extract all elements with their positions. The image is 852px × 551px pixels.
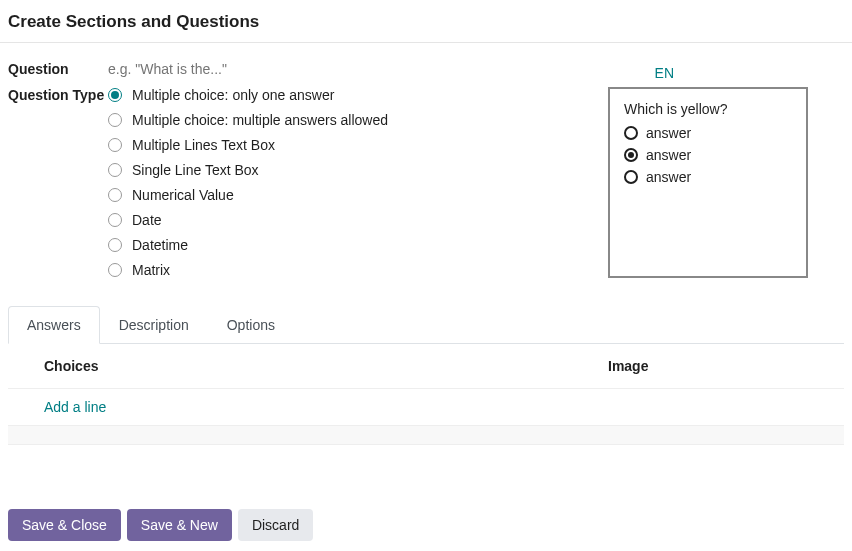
- radio-label: Single Line Text Box: [132, 162, 259, 178]
- question-type-option[interactable]: Multiple choice: multiple answers allowe…: [108, 112, 388, 128]
- radio-label: Numerical Value: [132, 187, 234, 203]
- preview-radio-icon: [624, 126, 638, 140]
- radio-icon: [108, 113, 122, 127]
- preview-radio-icon: [624, 148, 638, 162]
- question-type-option[interactable]: Single Line Text Box: [108, 162, 388, 178]
- question-type-option[interactable]: Matrix: [108, 262, 388, 278]
- question-type-option[interactable]: Multiple choice: only one answer: [108, 87, 388, 103]
- radio-icon: [108, 238, 122, 252]
- question-type-label: Question Type: [8, 87, 108, 103]
- language-badge[interactable]: EN: [655, 65, 844, 81]
- radio-icon: [108, 213, 122, 227]
- radio-label: Matrix: [132, 262, 170, 278]
- preview-answer-label: answer: [646, 147, 691, 163]
- save-close-button[interactable]: Save & Close: [8, 509, 121, 541]
- tab-options[interactable]: Options: [208, 306, 294, 344]
- preview-answer-label: answer: [646, 125, 691, 141]
- question-type-option[interactable]: Numerical Value: [108, 187, 388, 203]
- radio-icon: [108, 263, 122, 277]
- question-preview-box: Which is yellow? answeransweranswer: [608, 87, 808, 278]
- table-spacer: [8, 425, 844, 445]
- question-type-options: Multiple choice: only one answerMultiple…: [108, 87, 388, 278]
- dialog-footer: Save & Close Save & New Discard: [0, 499, 852, 551]
- radio-icon: [108, 138, 122, 152]
- answers-table-header: Choices Image: [8, 344, 844, 389]
- radio-label: Multiple Lines Text Box: [132, 137, 275, 153]
- question-type-option[interactable]: Datetime: [108, 237, 388, 253]
- question-type-option[interactable]: Multiple Lines Text Box: [108, 137, 388, 153]
- question-type-option[interactable]: Date: [108, 212, 388, 228]
- radio-label: Multiple choice: multiple answers allowe…: [132, 112, 388, 128]
- dialog-title: Create Sections and Questions: [8, 12, 844, 32]
- radio-label: Multiple choice: only one answer: [132, 87, 334, 103]
- column-header-choices: Choices: [44, 358, 608, 374]
- radio-icon: [108, 88, 122, 102]
- tabs: AnswersDescriptionOptions: [8, 306, 844, 344]
- radio-icon: [108, 188, 122, 202]
- add-line-link[interactable]: Add a line: [8, 389, 844, 425]
- tab-answers[interactable]: Answers: [8, 306, 100, 344]
- column-header-image: Image: [608, 358, 808, 374]
- preview-answer-item: answer: [624, 125, 792, 141]
- preview-radio-icon: [624, 170, 638, 184]
- question-label: Question: [8, 61, 108, 77]
- discard-button[interactable]: Discard: [238, 509, 313, 541]
- radio-icon: [108, 163, 122, 177]
- radio-label: Datetime: [132, 237, 188, 253]
- preview-question-text: Which is yellow?: [624, 101, 792, 117]
- preview-answer-item: answer: [624, 147, 792, 163]
- radio-label: Date: [132, 212, 162, 228]
- preview-answer-item: answer: [624, 169, 792, 185]
- save-new-button[interactable]: Save & New: [127, 509, 232, 541]
- tab-description[interactable]: Description: [100, 306, 208, 344]
- preview-answer-label: answer: [646, 169, 691, 185]
